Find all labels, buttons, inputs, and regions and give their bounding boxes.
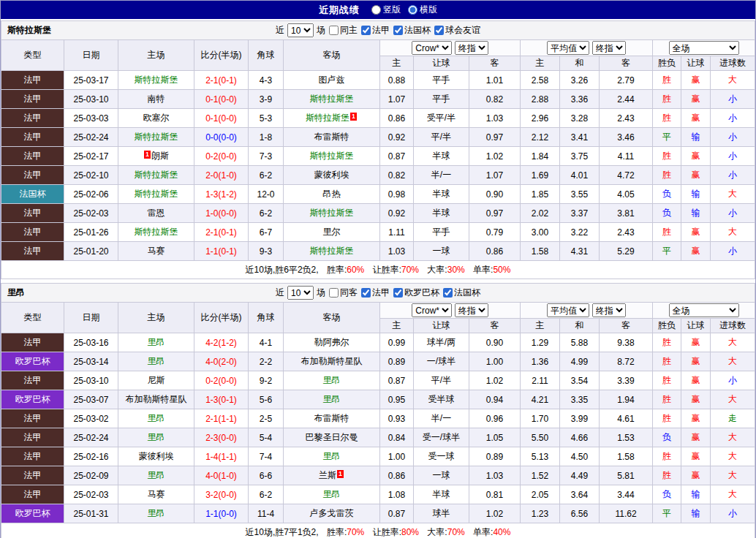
home-team-name[interactable]: 欧塞尔 [143, 113, 170, 123]
handicap-home-odds-cell: 0.98 [380, 185, 414, 204]
score-cell[interactable]: 1-1(0-0) [194, 504, 249, 523]
league-checkbox-input[interactable] [361, 26, 371, 35]
score-cell[interactable]: 2-1(1-1) [194, 409, 249, 428]
away-team-name[interactable]: 里昂 [323, 451, 341, 461]
home-team-name[interactable]: 布加勒斯特星队 [126, 394, 187, 404]
away-team-name[interactable]: 图卢兹 [319, 75, 345, 85]
away-team-name[interactable]: 斯特拉斯堡 [306, 113, 349, 123]
same-venue-checkbox[interactable]: 同主 [328, 24, 358, 37]
league-checkbox-input[interactable] [393, 26, 403, 35]
home-team-name[interactable]: 尼斯 [148, 375, 165, 385]
odds-company-select[interactable]: Crow* [412, 41, 452, 55]
home-team-name[interactable]: 里昂 [148, 470, 165, 480]
away-team-name[interactable]: 巴黎圣日尔曼 [306, 432, 358, 442]
away-team-name[interactable]: 布雷斯特 [314, 413, 349, 423]
away-team-name[interactable]: 布加勒斯特星队 [301, 356, 363, 366]
scope-select[interactable]: 全场 [669, 303, 739, 317]
score-cell[interactable]: 0-1(0-0) [194, 90, 249, 109]
away-team-name[interactable]: 里昂 [323, 394, 341, 404]
score-cell[interactable]: 1-0(0-0) [194, 204, 249, 223]
home-team-name[interactable]: 里昂 [148, 413, 165, 423]
away-team-name[interactable]: 里尔 [323, 227, 341, 237]
score-cell[interactable]: 1-1(0-1) [194, 242, 249, 261]
odds-company-select[interactable]: Crow* [412, 303, 452, 317]
home-team-name[interactable]: 南特 [148, 94, 165, 104]
away-team-name[interactable]: 卢多戈雷茨 [310, 508, 354, 518]
away-team-name[interactable]: 昂热 [323, 189, 341, 199]
score-cell[interactable]: 2-3(0-0) [194, 428, 249, 447]
scope-select[interactable]: 全场 [669, 41, 739, 55]
home-team-name[interactable]: 里昂 [148, 432, 165, 442]
score-cell[interactable]: 0-2(0-0) [194, 147, 249, 166]
away-team-name[interactable]: 里昂 [323, 489, 341, 499]
score-cell[interactable]: 3-2(0-0) [194, 485, 249, 504]
away-team-name[interactable]: 布雷斯特 [314, 132, 349, 142]
home-team-name[interactable]: 马赛 [148, 246, 165, 256]
home-team-name[interactable]: 朗斯 [151, 151, 169, 161]
away-team-name[interactable]: 斯特拉斯堡 [310, 151, 354, 161]
europe-avg-select[interactable]: 平均值 [547, 41, 589, 55]
league-filter-checkbox[interactable]: 法甲 [360, 287, 390, 299]
league-filter-checkbox[interactable]: 法国杯 [442, 287, 480, 299]
league-checkbox-input[interactable] [443, 288, 453, 298]
handicap-final-select[interactable]: 终指 [455, 303, 488, 317]
score-cell[interactable]: 2-0(1-0) [194, 166, 249, 185]
score-cell[interactable]: 2-1(0-1) [194, 71, 249, 90]
home-team-name[interactable]: 里昂 [148, 337, 165, 347]
home-team-name[interactable]: 里昂 [148, 508, 165, 518]
home-team-name[interactable]: 斯特拉斯堡 [135, 170, 178, 180]
europe-avg-select[interactable]: 平均值 [547, 303, 589, 317]
away-team-name[interactable]: 斯特拉斯堡 [310, 246, 354, 256]
home-team-name[interactable]: 里昂 [148, 356, 165, 366]
score-cell[interactable]: 4-0(1-0) [194, 466, 249, 485]
home-team-name[interactable]: 斯特拉斯堡 [135, 132, 178, 142]
league-filter-checkbox[interactable]: 法甲 [360, 24, 390, 37]
home-team-name[interactable]: 蒙彼利埃 [139, 451, 174, 461]
score-cell[interactable]: 1-3(0-1) [194, 390, 249, 409]
avg-draw-odds-cell: 4.66 [560, 428, 600, 447]
away-team-name[interactable]: 兰斯 [319, 470, 336, 480]
corner-cell: 3-9 [249, 90, 284, 109]
home-team-name[interactable]: 斯特拉斯堡 [135, 75, 178, 85]
home-team-name[interactable]: 雷恩 [148, 208, 165, 218]
handicap-final-select[interactable]: 终指 [455, 41, 488, 55]
league-checkbox-input[interactable] [361, 288, 371, 298]
away-team-name[interactable]: 勒阿弗尔 [314, 337, 349, 347]
horizontal-radio-input[interactable] [408, 5, 417, 15]
home-team-name[interactable]: 斯特拉斯堡 [135, 227, 178, 237]
match-count-select[interactable]: 10 [287, 286, 314, 300]
europe-final-select[interactable]: 终指 [592, 303, 626, 317]
europe-final-select[interactable]: 终指 [592, 41, 626, 55]
home-team-name[interactable]: 斯特拉斯堡 [135, 189, 178, 199]
away-team-name[interactable]: 斯特拉斯堡 [310, 94, 354, 104]
league-filter-checkbox[interactable]: 欧罗巴杯 [393, 287, 439, 299]
same-venue-checkbox[interactable]: 同客 [328, 287, 358, 299]
score-cell[interactable]: 1-4(1-1) [194, 447, 249, 466]
result-cell: 胜 [653, 223, 681, 242]
score-cell[interactable]: 0-2(0-0) [194, 371, 249, 390]
away-team-name[interactable]: 蒙彼利埃 [314, 170, 349, 180]
score-cell[interactable]: 4-0(2-0) [194, 352, 249, 371]
league-checkbox-input[interactable] [393, 288, 403, 298]
corner-cell: 6-2 [249, 166, 284, 185]
league-filter-checkbox[interactable]: 球会友谊 [434, 24, 480, 37]
score-cell[interactable]: 0-0(0-0) [194, 128, 249, 147]
league-filter-checkbox[interactable]: 法国杯 [393, 24, 431, 37]
vertical-radio-input[interactable] [371, 5, 381, 15]
home-team-name[interactable]: 马赛 [148, 489, 165, 499]
away-team-name[interactable]: 斯特拉斯堡 [310, 208, 354, 218]
match-count-select[interactable]: 10 [287, 23, 314, 37]
same-venue-checkbox-input[interactable] [329, 26, 339, 35]
league-checkbox-input[interactable] [434, 26, 444, 35]
corner-cell: 6-2 [249, 204, 284, 223]
score-cell[interactable]: 1-3(1-2) [194, 185, 249, 204]
goals-result-cell: 大 [711, 333, 755, 352]
same-venue-checkbox-input[interactable] [329, 288, 339, 298]
layout-horizontal-option[interactable]: 横版 [408, 4, 437, 16]
handicap-line-cell: 平/半 [414, 371, 469, 390]
score-cell[interactable]: 0-1(0-0) [194, 109, 249, 128]
score-cell[interactable]: 2-1(0-1) [194, 223, 249, 242]
score-cell[interactable]: 4-2(1-2) [194, 333, 249, 352]
away-team-name[interactable]: 里昂 [323, 375, 341, 385]
layout-vertical-option[interactable]: 竖版 [371, 4, 401, 16]
